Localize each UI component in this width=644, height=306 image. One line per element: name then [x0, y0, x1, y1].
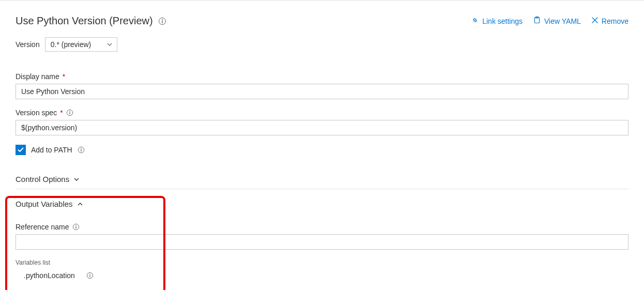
version-select-value: 0.* (preview)	[51, 40, 91, 49]
svg-point-6	[69, 111, 70, 112]
variable-name: .pythonLocation	[24, 271, 75, 280]
view-yaml-label: View YAML	[544, 17, 581, 25]
chevron-down-icon	[73, 176, 80, 182]
link-icon	[471, 16, 479, 26]
display-name-field: Display name *	[16, 72, 628, 99]
info-icon[interactable]	[86, 272, 94, 279]
add-to-path-label: Add to PATH	[31, 146, 72, 154]
info-icon[interactable]	[72, 223, 80, 231]
svg-point-12	[75, 225, 76, 226]
variables-list-label: Variables list	[16, 259, 628, 266]
link-settings-label: Link settings	[482, 17, 523, 25]
version-spec-field: Version spec *	[16, 109, 628, 135]
output-variables-content: Reference name Variables list .pythonLoc…	[16, 213, 628, 280]
svg-rect-10	[81, 149, 81, 151]
required-marker: *	[63, 72, 65, 81]
version-spec-input[interactable]	[16, 120, 628, 135]
variable-item: .pythonLocation	[16, 271, 628, 280]
version-select[interactable]: 0.* (preview)	[45, 37, 117, 52]
svg-point-9	[81, 148, 82, 149]
info-icon[interactable]	[158, 17, 166, 25]
control-options-label: Control Options	[16, 175, 69, 183]
add-to-path-checkbox[interactable]	[16, 145, 26, 155]
title-group: Use Python Version (Preview)	[16, 15, 166, 27]
svg-rect-16	[89, 275, 90, 277]
close-icon	[591, 17, 599, 25]
svg-rect-13	[75, 226, 76, 228]
control-options-section[interactable]: Control Options	[16, 170, 628, 189]
info-icon[interactable]	[78, 146, 85, 154]
reference-name-label: Reference name	[16, 223, 69, 231]
output-variables-section[interactable]: Output Variables	[16, 194, 628, 213]
view-yaml-button[interactable]: View YAML	[533, 16, 581, 26]
version-row: Version 0.* (preview)	[16, 37, 628, 52]
svg-point-1	[162, 19, 163, 20]
version-spec-label: Version spec	[16, 109, 57, 117]
reference-name-field: Reference name	[16, 223, 628, 250]
remove-label: Remove	[602, 17, 628, 25]
svg-point-15	[89, 274, 90, 275]
page-title: Use Python Version (Preview)	[16, 15, 153, 27]
svg-rect-2	[162, 20, 162, 23]
display-name-label: Display name	[16, 72, 59, 81]
chevron-up-icon	[77, 201, 83, 207]
chevron-down-icon	[106, 41, 113, 48]
remove-button[interactable]: Remove	[591, 17, 628, 25]
clipboard-icon	[533, 16, 541, 26]
header-row: Use Python Version (Preview) Link settin…	[16, 15, 628, 27]
output-variables-label: Output Variables	[16, 200, 73, 208]
required-marker: *	[60, 109, 63, 117]
reference-name-input[interactable]	[16, 234, 628, 250]
action-bar: Link settings View YAML Remove	[471, 16, 628, 26]
info-icon[interactable]	[66, 109, 73, 116]
version-label: Version	[16, 40, 40, 49]
display-name-input[interactable]	[16, 84, 628, 99]
link-settings-button[interactable]: Link settings	[471, 16, 523, 26]
svg-rect-7	[69, 112, 70, 114]
add-to-path-row: Add to PATH	[16, 145, 628, 155]
